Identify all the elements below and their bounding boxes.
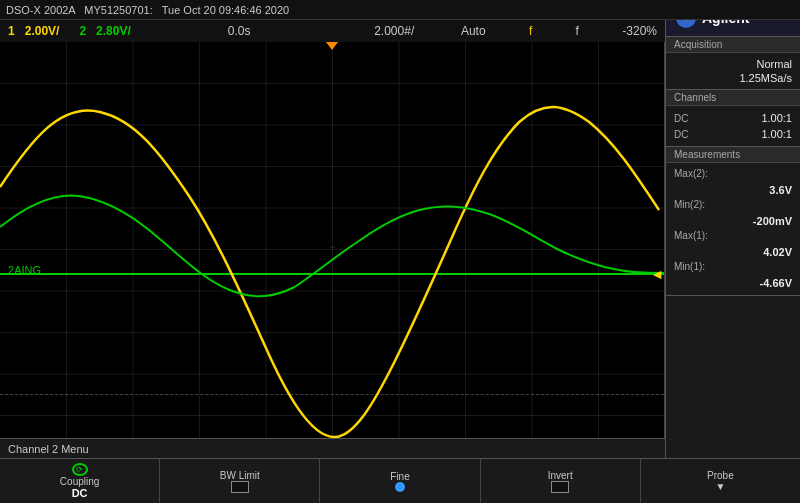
channel-menu-header: Channel 2 Menu [0, 438, 665, 458]
max2-label: Max(2): [674, 168, 708, 179]
acq-rate: 1.25MSa/s [674, 71, 792, 85]
ch1-coupling-label: DC [674, 113, 688, 124]
time-scale: 2.000#/ [374, 24, 414, 38]
acq-mode: Normal [674, 57, 792, 71]
max2-value: 3.6V [769, 184, 792, 196]
max1-row: Max(1): [674, 229, 792, 242]
time-offset: 0.0s [228, 24, 251, 38]
menu-item-probe[interactable]: Probe ▼ [641, 459, 800, 503]
max1-value: 4.02V [763, 246, 792, 258]
device-info: DSO-X 2002A MY51250701: Tue Oct 20 09:46… [6, 4, 289, 16]
fine-indicator [395, 482, 405, 492]
min1-label: Min(1): [674, 261, 705, 272]
acquisition-section: Acquisition Normal 1.25MSa/s [666, 37, 800, 90]
ch2-coupling-label: DC [674, 129, 688, 140]
ch1-probe-val: 1.00:1 [761, 112, 792, 124]
coupling-icon: ⟳ [72, 463, 88, 476]
waveform-display [0, 42, 664, 457]
ch2-scope-label: 2AING [8, 264, 41, 276]
coupling-value: DC [72, 487, 88, 499]
trigger-icon: f [529, 24, 532, 38]
probe-label: Probe [707, 470, 734, 481]
channel-bar: 1 2.00V/ 2 2.80V/ 0.0s 2.000#/ Auto f f … [0, 20, 665, 42]
ch2-row: DC 1.00:1 [674, 126, 792, 142]
min2-row: Min(2): [674, 198, 792, 211]
min1-value: -4.66V [760, 277, 792, 289]
bw-checkbox [231, 481, 249, 493]
menu-item-coupling[interactable]: ⟳ Coupling DC [0, 459, 160, 503]
measurements-title: Measurements [666, 147, 800, 163]
menu-item-invert[interactable]: Invert [481, 459, 641, 503]
trigger-marker: ◄ [650, 266, 664, 282]
menu-item-fine[interactable]: Fine [320, 459, 480, 503]
trigger-mode: Auto [461, 24, 486, 38]
ch1-row: DC 1.00:1 [674, 110, 792, 126]
fine-label: Fine [390, 471, 409, 482]
ch2-indicator: 2 2.80V/ [79, 24, 130, 38]
acquisition-title: Acquisition [666, 37, 800, 53]
ch1-indicator: 1 2.00V/ [8, 24, 59, 38]
max1-label: Max(1): [674, 230, 708, 241]
min1-row: Min(1): [674, 260, 792, 273]
invert-checkbox [551, 481, 569, 493]
top-status-bar: DSO-X 2002A MY51250701: Tue Oct 20 09:46… [0, 0, 800, 20]
invert-label: Invert [548, 470, 573, 481]
trigger-voltage: -320% [622, 24, 657, 38]
menu-item-bw-limit[interactable]: BW Limit [160, 459, 320, 503]
channels-title: Channels [666, 90, 800, 106]
ch2-probe-val: 1.00:1 [761, 128, 792, 140]
bottom-menu: ⟳ Coupling DC BW Limit Fine Invert Probe… [0, 458, 800, 503]
probe-dropdown: ▼ [715, 481, 725, 492]
channels-section: Channels DC 1.00:1 DC 1.00:1 [666, 90, 800, 147]
min2-label: Min(2): [674, 199, 705, 210]
min2-value: -200mV [753, 215, 792, 227]
trigger-ch: f [576, 24, 579, 38]
bw-limit-label: BW Limit [220, 470, 260, 481]
measurements-section: Measurements Max(2): 3.6V Min(2): -200mV… [666, 147, 800, 296]
scope-display: 2AING ◄ [0, 42, 665, 457]
right-panel: ✦ Agilent Acquisition Normal 1.25MSa/s C… [665, 0, 800, 458]
coupling-label: Coupling [60, 476, 99, 487]
max2-row: Max(2): [674, 167, 792, 180]
